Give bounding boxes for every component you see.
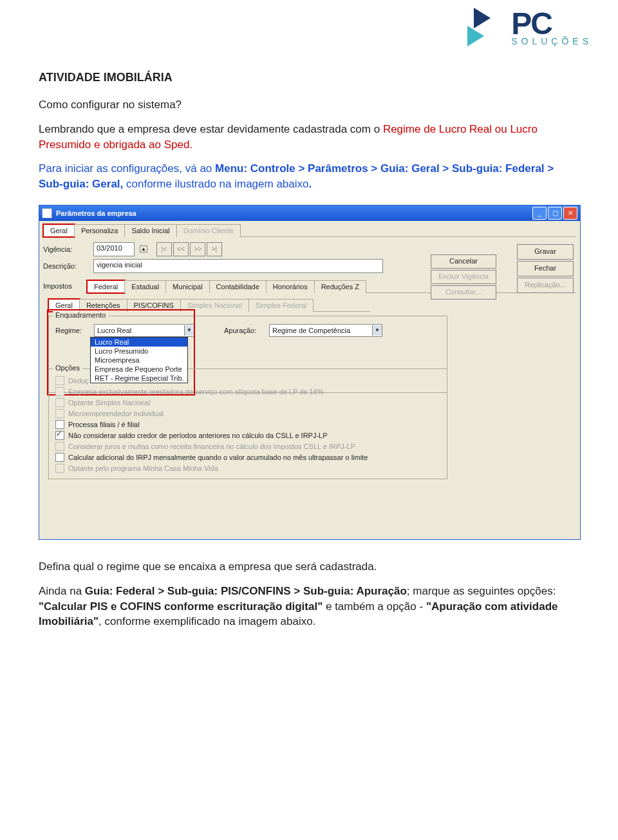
cancelar-button[interactable]: Cancelar [431,254,496,269]
regime-option[interactable]: Empresa de Pequeno Porte [91,365,187,374]
subtab-geral[interactable]: Geral [48,299,80,312]
checkbox [55,387,64,396]
legend-enquadramento: Enquadramento [53,311,108,319]
tab-saldo-inicial[interactable]: Saldo Inicial [124,224,176,237]
checkbox-option: Optante Simples Nacional [55,398,440,407]
vigencia-spinner[interactable]: ▲ [140,245,147,253]
checkbox-label: Não considerar saldo credor de períodos … [68,432,328,439]
checkbox [55,464,64,473]
checkbox-label: Optante Simples Nacional [68,399,150,406]
legend-opcoes: Opções [53,364,82,372]
label-impostos: Impostos [43,282,82,290]
logo-text-bottom: SOLUÇÕES [511,36,592,46]
checkbox [55,398,64,407]
tab-municipal[interactable]: Municipal [165,280,209,293]
checkbox-label: Considerar juros e multas como receita f… [68,443,355,450]
checkbox-label: Optante pelo programa Minha Casa Minha V… [68,464,218,472]
fechar-button[interactable]: Fechar [517,261,574,276]
checkbox [55,409,64,418]
checkbox-option: Optante pelo programa Minha Casa Minha V… [55,464,440,473]
nav-first[interactable]: |< [156,242,172,256]
tab-honorarios[interactable]: Honorários [266,280,315,293]
tab-reducoes-z[interactable]: Reduções Z [314,280,366,293]
close-button[interactable]: ✕ [563,207,577,220]
descricao-input[interactable]: vigencia inicial [93,259,383,273]
label-vigencia: Vigência: [43,245,88,253]
checkbox[interactable] [55,453,64,462]
nav-prev[interactable]: << [173,242,189,256]
subtab-simples-federal[interactable]: Simples Federal [248,299,314,312]
chevron-down-icon: ▼ [184,325,194,336]
apuracao-combobox[interactable]: Regime de Competência▼ [269,324,382,337]
subtab-simples-nacional[interactable]: Simples Nacional [180,299,249,312]
logo-mark [467,6,506,52]
paragraph-3: Defina qual o regime que se encaixa a em… [39,559,579,575]
checkbox-option: Empresa exclusivamente prestadora de ser… [55,387,440,396]
tab-federal[interactable]: Federal [87,280,125,293]
consultar-button[interactable]: Consultar... [431,285,496,300]
tab-geral[interactable]: Geral [43,224,75,237]
doc-title: ATIVIDADE IMOBILÁRIA [39,71,579,84]
subtab-retencoes[interactable]: Retenções [79,299,127,312]
regime-option[interactable]: Microempresa [91,356,187,365]
checkbox [55,442,64,451]
fieldset-opcoes: Opções DeduçEmpresa exclusivamente prest… [48,368,447,479]
tab-personaliza[interactable]: Personaliza [74,224,125,237]
excluir-vigencia-button[interactable]: Excluir Vigência [431,270,496,284]
checkbox[interactable] [55,420,64,429]
paragraph-1: Lembrando que a empresa deve estar devid… [39,122,579,153]
regime-combobox[interactable]: Lucro Real▼ [94,324,194,337]
paragraph-4: Ainda na Guia: Federal > Sub-guia: PIS/C… [39,584,579,629]
checkbox [55,376,64,385]
regime-option[interactable]: Lucro Real [91,338,187,347]
logo-text-top: PC [511,12,592,36]
checkbox-label: Processa filiais / é filial [68,421,140,428]
replicacao-button[interactable]: Replicação... [517,278,574,293]
checkbox-option[interactable]: Calcular adicional do IRPJ mensalmente q… [55,453,440,462]
label-regime: Regime: [55,327,89,334]
tab-contabilidade[interactable]: Contabilidade [209,280,267,293]
gravar-button[interactable]: Gravar [517,244,574,260]
doc-subtitle: Como configurar no sistema? [39,97,579,113]
nav-next[interactable]: >> [190,242,205,256]
minimize-button[interactable]: _ [532,207,547,220]
regime-option[interactable]: Lucro Presumido [91,347,187,356]
checkbox-label: Empresa exclusivamente prestadora de ser… [68,388,324,396]
window-title: Parâmetros da empresa [56,209,136,217]
checkbox-label: Calcular adicional do IRPJ mensalmente q… [68,453,368,461]
label-descricao: Descrição: [43,262,88,270]
checkbox[interactable] [55,431,64,440]
window-icon [42,208,52,218]
regime-dropdown[interactable]: Lucro Real Lucro Presumido Microempresa … [90,337,188,383]
checkbox-option: Considerar juros e multas como receita f… [55,442,440,451]
vigencia-input[interactable]: 03/2010 [93,242,135,256]
checkbox-label: Deduç [68,377,89,385]
tab-dominio-cliente[interactable]: Domínio Cliente [176,224,241,237]
checkbox-option[interactable]: Processa filiais / é filial [55,420,440,429]
subtab-piscofins[interactable]: PIS/COFINS [127,299,181,312]
titlebar[interactable]: Parâmetros da empresa _ ▢ ✕ [39,205,580,221]
chevron-down-icon: ▼ [372,325,382,336]
regime-option[interactable]: RET - Regime Especial Trib. [91,374,187,383]
checkbox-option: Microempreendedor Individual [55,409,440,418]
nav-last[interactable]: >| [207,242,222,256]
checkbox-option[interactable]: Não considerar saldo credor de períodos … [55,431,440,440]
label-apuracao: Apuração: [224,327,264,334]
checkbox-label: Microempreendedor Individual [68,410,164,417]
window-parametros: Parâmetros da empresa _ ▢ ✕ Geral Person… [39,205,581,540]
tab-estadual[interactable]: Estadual [124,280,166,293]
tabs-top: Geral Personaliza Saldo Inicial Domínio … [43,224,576,237]
brand-logo: PC SOLUÇÕES [467,6,592,52]
paragraph-2: Para iniciar as configurações, vá ao Men… [39,161,579,192]
maximize-button[interactable]: ▢ [548,207,562,220]
